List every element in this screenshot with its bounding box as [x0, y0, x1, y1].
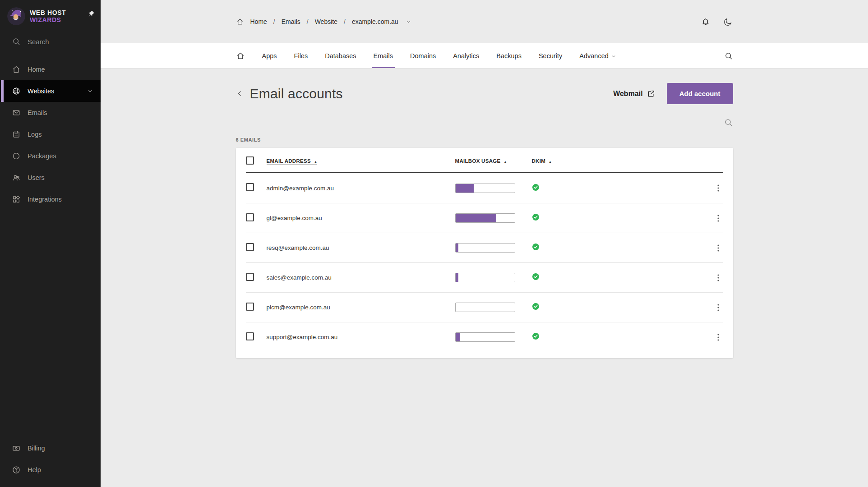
page-title-row: Email accounts Webmail Add account: [236, 83, 733, 104]
home-icon[interactable]: [236, 18, 244, 26]
dkim-valid-icon: [532, 273, 540, 280]
tab-apps[interactable]: Apps: [262, 43, 277, 68]
sidebar-item-websites[interactable]: Websites: [0, 80, 101, 102]
notifications-bell-icon[interactable]: [701, 17, 711, 27]
breadcrumb-separator: /: [307, 18, 309, 25]
sidebar: WEB HOST WIZARDS Search Home Websites Em…: [0, 0, 101, 487]
header-mailbox-usage[interactable]: MAILBOX USAGE: [455, 158, 532, 165]
chevron-down-icon: [611, 54, 616, 59]
tab-advanced[interactable]: Advanced: [579, 43, 616, 68]
chevron-down-icon[interactable]: [406, 19, 411, 25]
breadcrumb-item-website[interactable]: Website: [315, 18, 337, 25]
sidebar-search[interactable]: Search: [0, 31, 101, 52]
breadcrumb-separator: /: [273, 18, 275, 25]
sidebar-item-billing[interactable]: Billing: [0, 437, 101, 459]
sidebar-footer: Billing Help: [0, 437, 101, 487]
select-all-checkbox[interactable]: [246, 156, 254, 165]
row-menu-kebab-icon[interactable]: [713, 213, 723, 223]
header-dkim[interactable]: DKIM: [532, 158, 705, 165]
email-address: sales@example.com.au: [267, 274, 455, 281]
dark-mode-moon-icon[interactable]: [723, 17, 733, 27]
row-checkbox[interactable]: [246, 273, 254, 281]
sidebar-item-emails[interactable]: Emails: [0, 102, 101, 124]
breadcrumb-item-home[interactable]: Home: [250, 18, 267, 25]
billing-icon: [12, 444, 21, 453]
row-checkbox[interactable]: [246, 213, 254, 221]
tab-backups[interactable]: Backups: [496, 43, 522, 68]
back-chevron-icon[interactable]: [236, 90, 244, 97]
sidebar-item-help[interactable]: Help: [0, 459, 101, 481]
top-header-bar: Home/Emails/Website/example.com.au: [101, 0, 868, 43]
circle-icon: [12, 152, 21, 161]
sidebar-search-label: Search: [28, 38, 49, 46]
email-address: plcm@example.com.au: [267, 304, 455, 311]
row-menu-kebab-icon[interactable]: [713, 303, 723, 312]
breadcrumb-item-example-com-au[interactable]: example.com.au: [352, 18, 398, 25]
mailbox-usage-bar: [455, 184, 515, 193]
mailbox-usage-bar: [455, 273, 515, 282]
brand-name: WEB HOST WIZARDS: [30, 9, 66, 23]
topbar-icons: [701, 17, 733, 27]
sidebar-menu: Home Websites Emails Logs Packages Users…: [0, 59, 101, 210]
home-icon: [12, 65, 21, 74]
email-address: resq@example.com.au: [267, 244, 455, 251]
table-row: support@example.com.au: [246, 322, 723, 352]
table-row: gl@example.com.au: [246, 203, 723, 233]
sort-asc-icon: [549, 158, 552, 164]
sidebar-item-packages[interactable]: Packages: [0, 145, 101, 167]
dkim-valid-icon: [532, 184, 540, 191]
table-search-row: [236, 118, 733, 127]
tab-domains[interactable]: Domains: [410, 43, 436, 68]
sort-asc-icon: [504, 158, 507, 164]
breadcrumb-separator: /: [344, 18, 346, 25]
table-row: admin@example.com.au: [246, 173, 723, 203]
sidebar-item-integrations[interactable]: Integrations: [0, 188, 101, 210]
search-icon: [12, 37, 21, 46]
email-address: gl@example.com.au: [267, 215, 455, 221]
email-address: admin@example.com.au: [267, 185, 455, 192]
nav-search-icon[interactable]: [724, 51, 733, 60]
email-count-label: 6 EMAILS: [236, 137, 733, 142]
mailbox-usage-bar: [455, 243, 515, 253]
tab-analytics[interactable]: Analytics: [453, 43, 479, 68]
chevron-down-icon: [87, 88, 93, 94]
sidebar-item-users[interactable]: Users: [0, 167, 101, 188]
row-checkbox[interactable]: [246, 332, 254, 340]
row-menu-kebab-icon[interactable]: [713, 183, 723, 193]
row-menu-kebab-icon[interactable]: [713, 273, 723, 283]
table-row: resq@example.com.au: [246, 233, 723, 262]
sidebar-item-logs[interactable]: Logs: [0, 124, 101, 145]
breadcrumb-item-emails[interactable]: Emails: [282, 18, 300, 25]
webmail-link[interactable]: Webmail: [613, 90, 655, 98]
row-menu-kebab-icon[interactable]: [713, 332, 723, 342]
webmail-label: Webmail: [613, 90, 643, 98]
row-checkbox[interactable]: [246, 183, 254, 191]
site-navbar: Apps Files Databases Emails Domains Anal…: [101, 43, 868, 69]
nav-home-icon[interactable]: [236, 51, 245, 60]
sidebar-item-home[interactable]: Home: [0, 59, 101, 80]
mailbox-usage-bar: [455, 332, 515, 342]
tab-files[interactable]: Files: [294, 43, 308, 68]
table-row: sales@example.com.au: [246, 262, 723, 292]
tab-emails[interactable]: Emails: [374, 43, 393, 68]
add-account-button[interactable]: Add account: [667, 83, 733, 104]
globe-icon: [12, 87, 21, 96]
dkim-valid-icon: [532, 332, 540, 340]
breadcrumb: Home/Emails/Website/example.com.au: [236, 18, 411, 26]
dkim-valid-icon: [532, 303, 540, 310]
calendar-icon: [12, 130, 21, 139]
main-area: Home/Emails/Website/example.com.au Ap: [101, 0, 868, 487]
table-search-icon[interactable]: [724, 118, 733, 127]
brand-logo[interactable]: WEB HOST WIZARDS: [0, 0, 101, 31]
dkim-valid-icon: [532, 213, 540, 221]
wizard-logo-icon: [7, 7, 25, 25]
row-checkbox[interactable]: [246, 303, 254, 311]
header-email-address[interactable]: EMAIL ADDRESS: [267, 158, 455, 165]
nav-items: Apps Files Databases Emails Domains Anal…: [262, 43, 724, 68]
pin-sidebar-icon[interactable]: [87, 10, 95, 18]
row-checkbox[interactable]: [246, 243, 254, 251]
row-menu-kebab-icon[interactable]: [713, 243, 723, 253]
tab-databases[interactable]: Databases: [325, 43, 356, 68]
tab-security[interactable]: Security: [539, 43, 562, 68]
page-content: Email accounts Webmail Add account: [101, 69, 868, 487]
